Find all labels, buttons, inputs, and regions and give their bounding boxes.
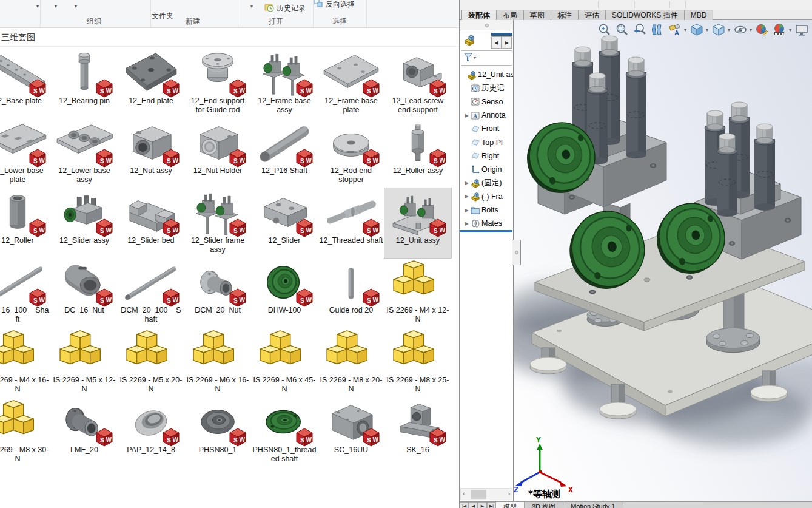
tree-horizontal-scrollbar[interactable]: ‹ › [460, 488, 512, 500]
doc-tab-2[interactable]: 3D 视图 [525, 502, 563, 508]
expand-arrow-icon[interactable]: ▶ [463, 208, 470, 213]
file-item[interactable]: IS 2269 - M8 x 20-N [318, 328, 384, 398]
file-item[interactable]: SWLMF_20 [51, 398, 118, 467]
expand-arrow-icon[interactable]: ▶ [463, 180, 470, 186]
file-item[interactable]: SW12_Bearing pin [51, 49, 118, 118]
chevron-down-icon[interactable]: ▾ [706, 27, 708, 33]
tree-filter[interactable]: ▾ [461, 50, 512, 66]
command-tab-1[interactable]: 装配体 [461, 10, 497, 20]
command-tab-5[interactable]: 评估 [578, 10, 606, 20]
command-tab-6[interactable]: SOLIDWORKS 插件 [605, 10, 685, 20]
chevron-down-icon[interactable]: ▾ [36, 4, 39, 9]
scroll-right-icon[interactable]: › [508, 490, 510, 497]
doc-nav-next-icon[interactable]: ▶ [478, 502, 487, 508]
chevron-down-icon[interactable]: ▾ [55, 4, 57, 9]
chevron-down-icon[interactable]: ▾ [789, 27, 791, 33]
scrollbar-thumb[interactable] [471, 490, 486, 499]
file-item[interactable]: SW12_Nut Holder [184, 118, 251, 188]
tree-item[interactable]: ▶Bolts [460, 203, 513, 217]
file-item[interactable]: SW12_Roller assy [384, 118, 451, 188]
tree-item[interactable]: 历史记 [460, 81, 513, 95]
file-item[interactable]: IS 2269 - M4 x 16-N [0, 328, 51, 398]
doc-nav-prev-icon[interactable]: ◀ [469, 502, 478, 508]
command-tab-4[interactable]: 标注 [551, 10, 579, 20]
tree-item[interactable]: ▶Mates [460, 217, 513, 230]
file-item[interactable]: SWPAP_12_14_8 [118, 398, 184, 467]
file-item[interactable]: SW12_Slider [251, 188, 318, 258]
doc-nav-first-icon[interactable]: |◀ [460, 502, 469, 508]
file-item[interactable]: IS 2269 - M5 x 20-N [118, 328, 184, 398]
new-folder-button[interactable]: 文件夹 [152, 11, 173, 21]
tree-item[interactable]: Origin [460, 163, 513, 176]
file-item[interactable]: SW12_P16 Shaft [251, 118, 318, 188]
file-item[interactable]: SW12_Threaded shaft [318, 188, 384, 258]
file-item[interactable]: IS 2269 - M5 x 12-N [51, 328, 118, 398]
doc-tab-1[interactable]: 模型 [496, 502, 525, 508]
previous-view-icon[interactable] [632, 22, 647, 37]
tree-item[interactable]: Front [460, 122, 513, 135]
chevron-down-icon[interactable]: ▾ [728, 27, 730, 33]
file-item[interactable]: SWDC_16_100__Shaft [0, 258, 51, 328]
chevron-down-icon[interactable]: ▾ [684, 27, 686, 33]
chevron-down-icon[interactable]: ▾ [750, 27, 752, 33]
panel-splitter-handle[interactable] [512, 240, 521, 265]
file-item[interactable]: SW12_Frame base plate [318, 49, 384, 118]
view-orientation-icon[interactable] [690, 22, 704, 37]
file-item[interactable]: SW12_Lower base plate [0, 118, 51, 188]
file-item[interactable]: SW12_Lead screw end support [384, 49, 451, 118]
file-item[interactable]: IS 2269 - M6 x 16-N [184, 328, 251, 398]
file-item[interactable]: SW12_End support for Guide rod [184, 49, 251, 118]
doc-nav-last-icon[interactable]: ▶| [487, 502, 496, 508]
scroll-left-icon[interactable]: ‹ [463, 490, 465, 497]
file-item[interactable]: SW12_Slider assy [51, 188, 118, 258]
hide-show-items-icon[interactable] [733, 22, 748, 37]
file-item[interactable]: SW12_Lower base assy [51, 118, 118, 188]
tree-item[interactable]: Top Pl [460, 135, 513, 149]
file-item[interactable]: SWPHSN80_1_threaded shaft [251, 398, 318, 467]
file-item[interactable]: SWDCM_20_Nut [184, 258, 251, 328]
tree-item[interactable]: Right [460, 149, 513, 163]
file-item[interactable]: SW12_Slider frame assy [184, 188, 251, 258]
annotation-view-icon[interactable]: A [668, 22, 682, 37]
rollback-bar[interactable] [460, 230, 512, 232]
tree-item[interactable]: Senso [460, 95, 513, 109]
file-item[interactable]: SW12_Nut assy [118, 118, 184, 188]
assembly-3d-view[interactable]: Y X Z [514, 20, 812, 501]
command-tab-3[interactable]: 草图 [523, 10, 551, 20]
history-button[interactable]: 历史记录 [264, 2, 306, 14]
panel-splitter[interactable] [460, 20, 513, 30]
expand-arrow-icon[interactable]: ▶ [463, 113, 470, 118]
assembly-tab-icon[interactable] [463, 33, 477, 49]
display-style-icon[interactable] [711, 22, 726, 37]
file-item[interactable]: SW12_Slider bed [118, 188, 184, 258]
view-settings-icon[interactable] [794, 22, 809, 37]
zoom-area-icon[interactable] [615, 22, 629, 37]
apply-scene-icon[interactable] [773, 22, 787, 37]
file-item[interactable]: SW12_End plate [118, 49, 184, 118]
file-item[interactable]: SWSK_16 [384, 398, 451, 467]
file-item[interactable]: IS 2269 - M8 x 25-N [384, 328, 451, 398]
file-item[interactable]: IS 2269 - M6 x 45-N [251, 328, 318, 398]
expand-arrow-icon[interactable]: ▶ [463, 221, 470, 226]
file-item[interactable]: SWDCM_20_100__Shaft [118, 258, 184, 328]
zoom-fit-icon[interactable] [597, 22, 612, 37]
expand-arrow-icon[interactable]: ▶ [463, 194, 470, 199]
graphics-area[interactable]: Y X Z A▾▾▾▾▾ *等轴测 [514, 20, 812, 501]
file-item[interactable]: SWDHW-100 [251, 258, 318, 328]
file-item[interactable]: SW12_Base plate [0, 49, 51, 118]
tree-item[interactable]: ▶AAnnota [460, 109, 513, 122]
doc-tab-3[interactable]: Motion Study 1 [563, 502, 623, 508]
file-item[interactable]: SW12_Roller [0, 188, 51, 258]
file-item[interactable]: SWDC_16_Nut [51, 258, 118, 328]
panel-tab-right-arrow[interactable]: ▶ [502, 36, 512, 49]
chevron-down-icon[interactable]: ▾ [75, 4, 77, 9]
section-view-icon[interactable] [650, 22, 665, 37]
edit-appearance-icon[interactable] [755, 22, 770, 37]
command-tab-2[interactable]: 布局 [496, 10, 524, 20]
file-item[interactable]: SW12_Unit assy [384, 188, 451, 258]
panel-tab-left-arrow[interactable]: ◀ [491, 36, 502, 49]
tree-item[interactable]: ▶(固定) [460, 176, 513, 189]
file-item[interactable]: IS 2269 - M8 x 30-N [0, 398, 51, 467]
file-item[interactable]: SW12_Rod end stopper [318, 118, 384, 188]
file-item[interactable]: SWPHSN80_1 [184, 398, 251, 467]
